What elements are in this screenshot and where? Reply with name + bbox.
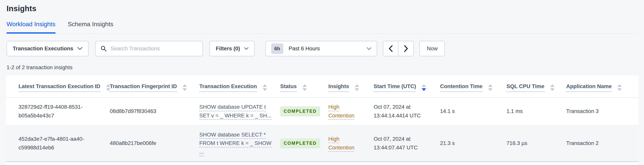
cell-sql-cpu-time: 716.3 µs: [506, 125, 566, 162]
transaction-insights-table: Latest Transaction Execution ID Transact…: [6, 76, 638, 162]
sort-arrows-icon-active-desc: [422, 84, 426, 91]
chevron-down-icon: [244, 47, 248, 50]
sort-arrows-icon: [263, 84, 267, 91]
chevron-right-icon: [404, 45, 408, 52]
sort-arrows-icon: [355, 84, 359, 91]
cell-start-time: Oct 07, 2024 at 13:44:07.447 UTC: [374, 125, 440, 162]
table-header-row: Latest Transaction Execution ID Transact…: [6, 76, 638, 98]
time-prev-button[interactable]: [383, 41, 398, 56]
insight-high-contention-link[interactable]: High Contention: [328, 104, 354, 118]
column-header-insights[interactable]: Insights: [328, 76, 374, 98]
tab-schema-insights[interactable]: Schema Insights: [68, 21, 114, 33]
column-header-contention-time[interactable]: Contention Time: [440, 76, 506, 98]
time-range-shortcut-badge: 6h: [271, 43, 283, 54]
insight-type-dropdown[interactable]: Transaction Executions: [6, 41, 88, 56]
column-header-fingerprint-id[interactable]: Transaction Fingerprint ID: [110, 76, 199, 98]
page-title: Insights: [6, 4, 638, 13]
chevron-left-icon: [389, 45, 393, 52]
search-box[interactable]: [95, 41, 203, 56]
insight-high-contention-link[interactable]: High Contention: [328, 136, 354, 150]
now-button[interactable]: Now: [420, 41, 445, 56]
time-range-picker[interactable]: 6h Past 6 Hours: [266, 41, 377, 56]
column-header-status[interactable]: Status: [280, 76, 328, 98]
time-range-label: Past 6 Hours: [289, 46, 320, 52]
cell-application-name: Transaction 3: [566, 98, 638, 125]
table-row: 452da3e7-e7fa-4801-aa40- c59988d14eb6 48…: [6, 125, 638, 162]
table-row: 328729d2-ff19-4408-8531- b05a5b4e43c7 08…: [6, 98, 638, 125]
tab-bar: Workload Insights Schema Insights: [6, 21, 638, 34]
transaction-execution-link[interactable]: SHOW database SELECT * FROM t WHERE k = …: [199, 132, 271, 155]
search-input[interactable]: [110, 46, 198, 52]
time-nav-group: [383, 41, 414, 56]
status-badge: COMPLETED: [280, 106, 320, 116]
insight-type-dropdown-label: Transaction Executions: [13, 46, 73, 52]
toolbar: Transaction Executions Filters (0) 6h Pa…: [6, 41, 638, 56]
sort-arrows-icon: [488, 84, 492, 91]
tab-workload-insights[interactable]: Workload Insights: [6, 21, 56, 34]
status-badge: COMPLETED: [280, 138, 320, 148]
chevron-down-icon: [78, 47, 82, 50]
filters-dropdown[interactable]: Filters (0): [210, 41, 254, 56]
insights-table-card: Latest Transaction Execution ID Transact…: [6, 76, 638, 165]
transaction-execution-link[interactable]: SHOW database UPDATE t SET v = _ WHERE k…: [199, 104, 272, 118]
sort-arrows-icon: [550, 84, 554, 91]
column-header-application-name[interactable]: Application Name: [566, 76, 638, 98]
cell-application-name: Transaction 2: [566, 125, 638, 162]
time-next-button[interactable]: [398, 41, 414, 56]
chevron-down-icon: [367, 47, 371, 50]
cell-execution-id: 452da3e7-e7fa-4801-aa40- c59988d14eb6: [6, 125, 110, 162]
cell-sql-cpu-time: 1.1 ms: [506, 98, 566, 125]
filters-dropdown-label: Filters (0): [216, 46, 240, 52]
cell-execution-id: 328729d2-ff19-4408-8531- b05a5b4e43c7: [6, 98, 110, 125]
cell-fingerprint-id: 480a8b217be006fe: [110, 125, 199, 162]
cell-contention-time: 21.3 s: [440, 125, 506, 162]
column-header-latest-execution-id[interactable]: Latest Transaction Execution ID: [6, 76, 110, 98]
search-icon: [100, 46, 107, 52]
sort-arrows-icon: [618, 84, 622, 91]
results-summary: 1-2 of 2 transaction insights: [6, 64, 638, 71]
column-header-transaction-execution[interactable]: Transaction Execution: [199, 76, 280, 98]
sort-arrows-icon: [302, 84, 307, 91]
cell-start-time: Oct 07, 2024 at 13:44:14.4414 UTC: [374, 98, 440, 125]
sort-arrows-icon: [182, 84, 187, 91]
column-header-sql-cpu-time[interactable]: SQL CPU Time: [506, 76, 566, 98]
cell-fingerprint-id: 08d8b7d97f830463: [110, 98, 199, 125]
column-header-start-time[interactable]: Start Time (UTC): [374, 76, 440, 98]
insights-page: Insights Workload Insights Schema Insigh…: [0, 0, 644, 165]
cell-contention-time: 14.1 s: [440, 98, 506, 125]
